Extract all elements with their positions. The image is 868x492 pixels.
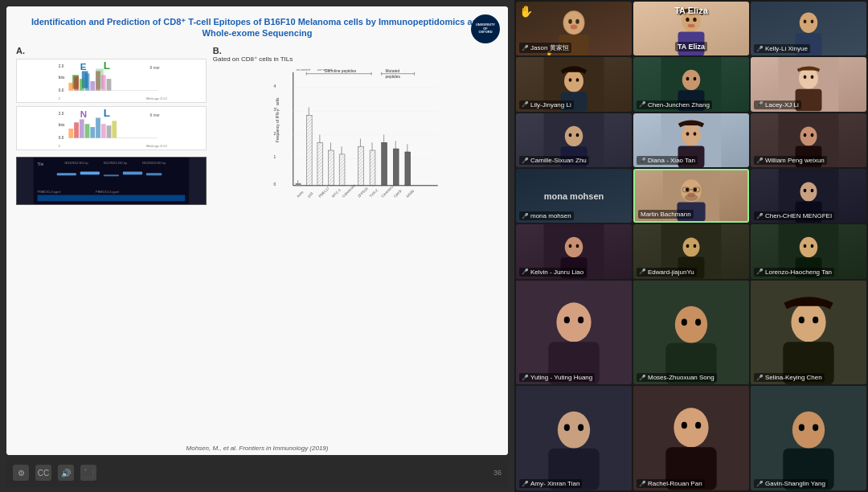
svg-text:MTC-1: MTC-1 [331, 187, 342, 198]
svg-point-167 [565, 237, 583, 257]
video-cell-mona: mona mohsen 🎤 mona mohsen [516, 169, 632, 223]
svg-rect-84 [358, 146, 363, 186]
svg-text:NG2/NG2-NG bp: NG2/NG2-NG bp [64, 161, 88, 164]
svg-rect-13 [74, 76, 79, 90]
svg-rect-35 [112, 121, 117, 137]
video-cell-rachel: 🎤 Rachel-Rouan Pan [633, 386, 749, 490]
svg-rect-92 [405, 152, 411, 186]
svg-text:kif18b: kif18b [405, 188, 415, 198]
svg-point-162 [800, 182, 817, 202]
svg-point-195 [813, 316, 818, 323]
svg-rect-16 [90, 81, 95, 91]
video-cell-kelly: 🎤 Kelly-Li Xinyue [751, 2, 866, 55]
svg-rect-48 [38, 195, 186, 201]
presentation-area: UNIVERSITYOFOXFORD Identification and Pr… [0, 0, 514, 492]
svg-point-199 [564, 424, 570, 432]
svg-rect-34 [107, 125, 112, 137]
video-cell-william: 🎤 William Peng weixun [751, 113, 866, 167]
rachel-mic-icon: 🎤 [639, 481, 646, 487]
svg-text:WebLogo 3.5.0: WebLogo 3.5.0 [146, 145, 167, 148]
svg-point-207 [792, 412, 825, 449]
svg-point-134 [804, 76, 807, 79]
svg-text:Frequency of IFN-γ⁺ cells: Frequency of IFN-γ⁺ cells [276, 97, 280, 142]
amy-name: 🎤 Amy- Xinran Tian [519, 479, 582, 488]
section-a-label: A. [16, 46, 207, 55]
mona-name: 🎤 mona mohsen [519, 211, 574, 220]
svg-rect-74 [295, 182, 301, 185]
svg-text:1: 1 [273, 154, 276, 158]
svg-text:9 mer: 9 mer [150, 113, 161, 117]
svg-text:0.0: 0.0 [59, 88, 64, 92]
svg-text:bits: bits [59, 123, 65, 127]
toolbar-icon-3[interactable]: 🔊 [58, 465, 74, 481]
svg-point-109 [575, 19, 579, 24]
ta-eliza-name: TA Eliza [675, 42, 707, 51]
william-name: 🎤 William Peng weixun [754, 156, 827, 165]
svg-point-122 [564, 71, 583, 92]
svg-text:NG2/NG2-NG bp: NG2/NG2-NG bp [104, 161, 127, 164]
slide-container: UNIVERSITYOFOXFORD Identification and Pr… [6, 6, 508, 455]
diana-name: 🎤 Diana - Xiao Tan [637, 156, 698, 165]
svg-point-177 [800, 237, 817, 257]
svg-point-120 [811, 19, 814, 23]
lacey-mic-icon: 🎤 [756, 101, 764, 108]
svg-point-180 [811, 244, 814, 248]
bar-chart-title: Gated on CD8⁺ cells in TILs [213, 55, 498, 63]
svg-text:-ve control: -ve control [295, 67, 309, 71]
svg-point-200 [578, 424, 583, 432]
diana-mic-icon: 🎤 [639, 158, 646, 164]
svg-text:peptides: peptides [385, 74, 400, 78]
page-number: 36 [493, 469, 502, 477]
video-cell-lorenzo: 🎤 Lorenzo-Haocheng Tan [751, 224, 866, 278]
mona-text: mona mohsen [544, 191, 604, 201]
kelvin-name: 🎤 Kelvin - Junru Liao [519, 268, 586, 277]
svg-rect-46 [123, 171, 142, 174]
svg-point-140 [576, 133, 579, 136]
svg-text:4: 4 [273, 84, 276, 88]
svg-text:PBMC/CL3 pgml: PBMC/CL3 pgml [38, 191, 61, 194]
svg-text:2.0: 2.0 [59, 111, 64, 115]
svg-rect-31 [90, 127, 95, 137]
svg-rect-90 [393, 149, 399, 186]
svg-point-174 [686, 244, 690, 248]
svg-point-114 [686, 18, 689, 22]
oxford-logo: UNIVERSITYOFOXFORD [471, 14, 500, 43]
jason-hand-icon: ✋ [519, 5, 533, 18]
svg-point-132 [799, 68, 818, 89]
svg-text:0.0: 0.0 [59, 136, 64, 140]
edward-mic-icon: 🎤 [639, 269, 646, 275]
svg-rect-82 [339, 154, 345, 185]
video-cell-gavin: 🎤 Gavin-Shanglin Yang [751, 386, 866, 490]
svg-text:L: L [104, 107, 110, 119]
toolbar-icon-4[interactable]: ⬛ [80, 465, 96, 481]
svg-text:bits: bits [59, 76, 65, 80]
svg-point-210 [813, 424, 818, 432]
jason-name: 🎤 Jason 黄家恒 [519, 43, 571, 53]
video-cell-selina: 🎤 Selina-Keying Chen [751, 281, 866, 385]
svg-point-127 [682, 70, 700, 90]
svg-rect-30 [85, 124, 90, 137]
svg-point-155 [694, 188, 697, 192]
svg-rect-86 [370, 150, 375, 186]
svg-rect-28 [74, 122, 79, 137]
svg-text:Mutated: Mutated [385, 68, 399, 72]
svg-point-179 [804, 244, 807, 248]
ta-eliza-top-name: TA Eliza [674, 6, 708, 15]
toolbar-icon-1[interactable]: ⚙ [13, 465, 29, 481]
gel-image: Tile NG2/NG2-NG bp NG2/NG2-NG bp NG2/NG2… [16, 157, 207, 205]
selina-name: 🎤 Selina-Keying Chen [754, 373, 825, 382]
toolbar-icon-2[interactable]: CC [35, 465, 51, 481]
svg-rect-29 [80, 119, 84, 137]
svg-point-204 [682, 422, 687, 429]
svg-point-157 [685, 195, 698, 201]
svg-point-187 [675, 305, 707, 342]
svg-rect-80 [328, 150, 334, 186]
camille-name: 🎤 Camille-Sixuan Zhu [519, 156, 589, 165]
presentation-toolbar: ⚙ CC 🔊 ⬛ 36 [6, 458, 508, 487]
svg-point-144 [686, 132, 690, 135]
svg-rect-32 [96, 117, 100, 137]
svg-rect-15 [85, 73, 90, 90]
video-cell-diana: 🎤 Diana - Xiao Tan [633, 113, 749, 167]
gavin-name: 🎤 Gavin-Shanglin Yang [754, 479, 828, 488]
chen2-name: 🎤 Chen-CHEN MENGFEI [754, 211, 834, 220]
